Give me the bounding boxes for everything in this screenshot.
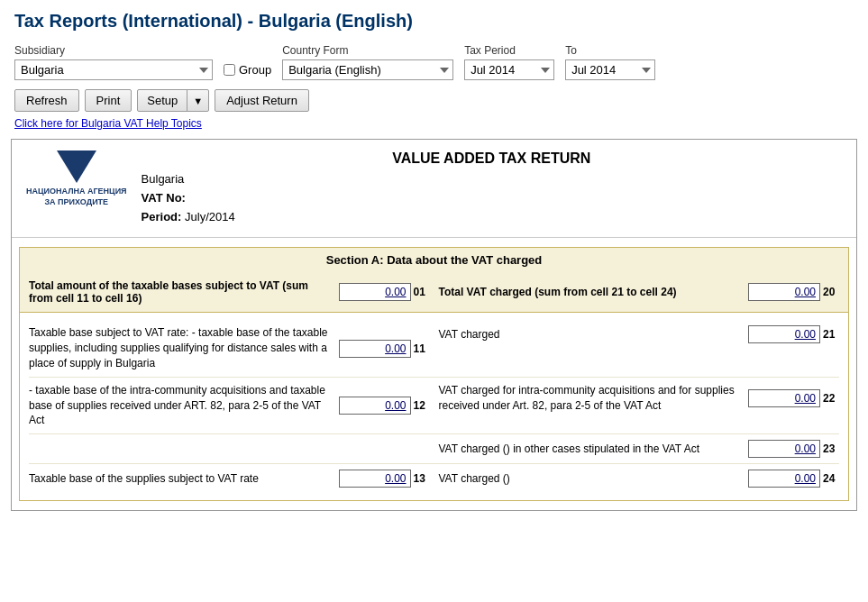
logo-area: НАЦИОНАЛНА АГЕНЦИЯ ЗА ПРИХОДИТЕ [26, 150, 127, 207]
cell-left-3: Taxable base of the supplies subject to … [29, 470, 430, 488]
controls-row: Subsidiary Bulgaria Group Country Form B… [0, 39, 868, 86]
refresh-button[interactable]: Refresh [14, 89, 79, 112]
section-a-title: Section A: Data about the VAT charged [20, 248, 848, 272]
row-2: VAT charged () in other cases stipulated… [29, 434, 839, 464]
cell-left-label-3: Taxable base of the supplies subject to … [29, 471, 333, 487]
setup-main[interactable]: Setup [138, 90, 187, 111]
left-input-3[interactable] [339, 470, 411, 488]
cell-right-1: VAT charged for intra-community acquisit… [439, 383, 840, 414]
right-field-wrapper-0: 21 [748, 325, 839, 343]
logo-text: НАЦИОНАЛНА АГЕНЦИЯ ЗА ПРИХОДИТЕ [26, 187, 127, 207]
tax-period-label: Tax Period [464, 44, 554, 57]
left-field-wrapper-1: 12 [339, 397, 430, 415]
total-right-num: 20 [823, 286, 839, 298]
total-left: Total amount of the taxable bases subjec… [29, 279, 430, 305]
row-0: Taxable base subject to VAT rate: - taxa… [29, 320, 839, 377]
logo-triangle [57, 150, 96, 183]
country-form-select[interactable]: Bulgaria (English) [282, 59, 453, 80]
adjust-return-button[interactable]: Adjust Return [215, 89, 309, 112]
setup-dropdown-arrow[interactable]: ▼ [187, 90, 208, 111]
total-left-label: Total amount of the taxable bases subjec… [29, 279, 333, 305]
row-3: Taxable base of the supplies subject to … [29, 464, 839, 493]
total-left-num: 01 [414, 286, 430, 298]
setup-split-button[interactable]: Setup ▼ [137, 89, 209, 112]
report-vat: VAT No: [142, 189, 842, 208]
right-input-1[interactable] [748, 389, 820, 407]
left-input-0[interactable] [339, 340, 411, 358]
report-country: Bulgaria [142, 170, 842, 189]
page-title: Tax Reports (International) - Bulgaria (… [0, 0, 868, 39]
tax-period-group: Tax Period Jul 2014 [464, 44, 554, 80]
subsidiary-group: Subsidiary Bulgaria [14, 44, 213, 80]
right-num-2: 23 [823, 442, 839, 455]
right-field-wrapper-3: 24 [748, 470, 839, 488]
cell-right-label-2: VAT charged () in other cases stipulated… [439, 442, 744, 457]
total-right-input[interactable] [748, 283, 820, 301]
totals-row: Total amount of the taxable bases subjec… [20, 272, 848, 313]
cell-right-label-1: VAT charged for intra-community acquisit… [439, 383, 744, 414]
right-field-wrapper-1: 22 [748, 389, 839, 407]
cell-left-1: - taxable base of the intra-community ac… [29, 383, 430, 428]
left-field-wrapper-3: 13 [339, 470, 430, 488]
country-form-group: Country Form Bulgaria (English) [282, 44, 453, 80]
subsidiary-label: Subsidiary [14, 44, 213, 57]
to-label: To [565, 44, 655, 57]
right-num-3: 24 [823, 472, 839, 485]
group-checkbox[interactable] [224, 64, 235, 76]
left-field-wrapper-0: 11 [339, 340, 430, 358]
to-select[interactable]: Jul 2014 [565, 59, 655, 80]
total-left-input[interactable] [339, 283, 411, 301]
left-num-0: 11 [414, 342, 430, 355]
cell-right-label-3: VAT charged () [439, 471, 744, 487]
cell-left-label-1: - taxable base of the intra-community ac… [29, 383, 333, 428]
total-right-field-wrapper: 20 [748, 283, 839, 301]
total-left-field-wrapper: 01 [339, 283, 430, 301]
right-num-1: 22 [823, 392, 839, 405]
cell-left-label-0: Taxable base subject to VAT rate: - taxa… [29, 325, 333, 370]
cell-right-2: VAT charged () in other cases stipulated… [439, 440, 840, 458]
left-num-1: 12 [414, 399, 430, 412]
report-info: Bulgaria VAT No: Period: July/2014 [142, 170, 842, 226]
group-label: Group [239, 63, 271, 77]
cell-left-0: Taxable base subject to VAT rate: - taxa… [29, 325, 430, 370]
help-link[interactable]: Click here for Bulgaria VAT Help Topics [0, 115, 868, 135]
report-header: НАЦИОНАЛНА АГЕНЦИЯ ЗА ПРИХОДИТЕ VALUE AD… [12, 140, 856, 238]
section-a: Section A: Data about the VAT charged To… [19, 247, 849, 501]
report-title-area: VALUE ADDED TAX RETURN Bulgaria VAT No: … [142, 150, 842, 226]
report-period: Period: July/2014 [142, 208, 842, 227]
buttons-row: Refresh Print Setup ▼ Adjust Return [0, 86, 868, 115]
total-right: Total VAT charged (sum from cell 21 to c… [439, 279, 840, 305]
subsidiary-select[interactable]: Bulgaria [14, 59, 213, 80]
right-input-3[interactable] [748, 470, 820, 488]
right-input-2[interactable] [748, 440, 820, 458]
row-1: - taxable base of the intra-community ac… [29, 378, 839, 434]
cell-right-0: VAT charged21 [439, 325, 840, 343]
print-button[interactable]: Print [85, 89, 132, 112]
report-container: НАЦИОНАЛНА АГЕНЦИЯ ЗА ПРИХОДИТЕ VALUE AD… [11, 139, 857, 511]
right-field-wrapper-2: 23 [748, 440, 839, 458]
group-checkbox-group: Group [224, 63, 271, 77]
to-group: To Jul 2014 [565, 44, 655, 80]
cell-right-3: VAT charged ()24 [439, 470, 840, 488]
cell-right-label-0: VAT charged [439, 327, 744, 342]
right-input-0[interactable] [748, 325, 820, 343]
section-a-body: Taxable base subject to VAT rate: - taxa… [20, 313, 848, 500]
country-form-label: Country Form [282, 44, 453, 57]
tax-period-select[interactable]: Jul 2014 [464, 59, 554, 80]
total-right-label: Total VAT charged (sum from cell 21 to c… [439, 286, 744, 298]
report-main-title: VALUE ADDED TAX RETURN [142, 150, 842, 167]
left-input-1[interactable] [339, 397, 411, 415]
left-num-3: 13 [414, 472, 430, 485]
right-num-0: 21 [823, 328, 839, 341]
